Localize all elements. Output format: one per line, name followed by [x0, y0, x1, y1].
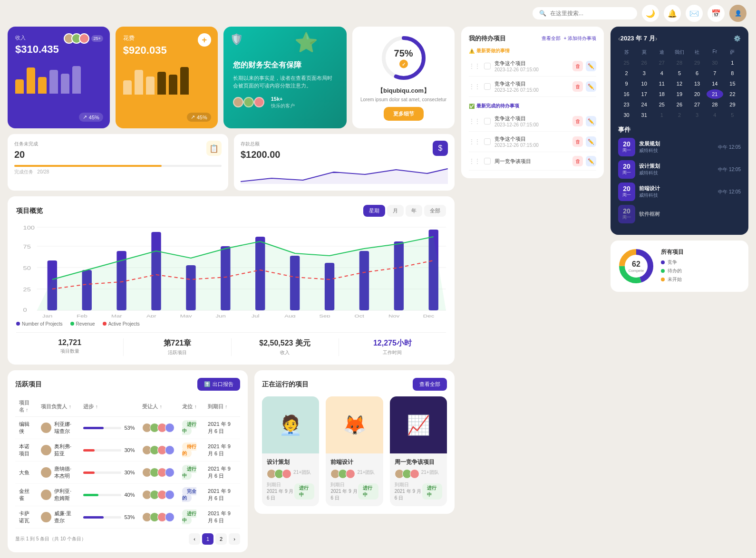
calendar-day[interactable]: 14: [707, 79, 723, 88]
calendar-day[interactable]: 29: [724, 100, 741, 109]
delete-todo-1[interactable]: 🗑: [572, 61, 583, 71]
calendar-day[interactable]: 6: [689, 68, 706, 78]
cell-manager: 利亚娜·瑞查尔: [37, 417, 79, 439]
calendar-day[interactable]: 4: [653, 68, 670, 78]
calendar-day[interactable]: 27: [653, 58, 670, 67]
event-date-day: 周一: [622, 170, 631, 176]
cell-due: 2021 年 9 月 6 日: [204, 462, 240, 484]
search-input[interactable]: [550, 10, 630, 17]
calendar-today[interactable]: 21: [707, 89, 723, 99]
calendar-day[interactable]: 22: [724, 89, 741, 99]
calendar-day[interactable]: 30: [707, 58, 723, 67]
calendar-day[interactable]: 31: [636, 110, 652, 120]
todo-checkbox-2[interactable]: [484, 83, 491, 90]
calendar-day[interactable]: 30: [618, 110, 635, 120]
add-expense-button[interactable]: +: [198, 33, 211, 47]
moon-icon[interactable]: 🌙: [642, 5, 659, 22]
revenue-amount: $310.435: [15, 43, 102, 56]
search-box[interactable]: 🔍: [533, 7, 637, 19]
delete-todo-5[interactable]: 🗑: [572, 156, 583, 166]
calendar-day[interactable]: 5: [724, 110, 741, 120]
tasks-card: 任务未完成 20 📋 完成任务 20/28: [8, 134, 228, 191]
calendar-day[interactable]: 8: [724, 68, 741, 78]
page-1-button[interactable]: 1: [202, 533, 213, 545]
edit-todo-3[interactable]: ✏️: [586, 116, 596, 126]
export-button[interactable]: ⬆️ 出口报告: [197, 378, 240, 391]
calendar-day[interactable]: 24: [636, 100, 652, 109]
period-all-button[interactable]: 全部: [424, 205, 446, 217]
cell-assignees: [138, 417, 178, 439]
calendar-day[interactable]: 1: [724, 58, 741, 67]
calendar-day[interactable]: 11: [653, 79, 670, 88]
delete-todo-3[interactable]: 🗑: [572, 116, 583, 126]
calendar-day[interactable]: 10: [636, 79, 652, 88]
todo-checkbox-3[interactable]: [484, 118, 491, 125]
delete-todo-2[interactable]: 🗑: [572, 81, 583, 92]
expense-amount: $920.035: [123, 44, 210, 57]
view-all-todo-link[interactable]: 查看全部: [542, 35, 561, 42]
search-icon: 🔍: [539, 10, 546, 17]
calendar-day[interactable]: 12: [671, 79, 688, 88]
calendar-day[interactable]: 25: [618, 58, 635, 67]
calendar-day[interactable]: 20: [689, 89, 706, 99]
todo-header: 我的待办项目 查看全部 + 添加待办事项: [469, 34, 596, 43]
donut-total: 62: [629, 260, 644, 269]
page-2-button[interactable]: 2: [215, 533, 227, 545]
calendar-day[interactable]: 19: [671, 89, 688, 99]
calendar-day[interactable]: 17: [636, 89, 652, 99]
delete-todo-4[interactable]: 🗑: [572, 136, 583, 147]
period-year-button[interactable]: 年: [406, 205, 422, 217]
todo-checkbox-4[interactable]: [484, 138, 491, 145]
cell-due: 2021 年 9 月 6 日: [204, 417, 240, 439]
period-month-button[interactable]: 月: [387, 205, 404, 217]
calendar-day[interactable]: 25: [653, 100, 670, 109]
calendar-day[interactable]: 27: [689, 100, 706, 109]
calendar-day[interactable]: 3: [689, 110, 706, 120]
calendar-day[interactable]: 26: [636, 58, 652, 67]
todo-checkbox-1[interactable]: [484, 63, 491, 69]
calendar-day[interactable]: 28: [707, 100, 723, 109]
bell-icon[interactable]: 🔔: [664, 5, 681, 22]
todo-checkbox-5[interactable]: [484, 158, 491, 164]
calendar-day[interactable]: 26: [671, 100, 688, 109]
calendar-day[interactable]: 28: [671, 58, 688, 67]
calendar-day[interactable]: 15: [724, 79, 741, 88]
cal-next-button[interactable]: ›: [655, 35, 658, 42]
calendar-day[interactable]: 2: [671, 110, 688, 120]
calendar-day[interactable]: 23: [618, 100, 635, 109]
period-buttons: 星期 月 年 全部: [363, 205, 446, 217]
svg-text:Aug: Aug: [284, 314, 295, 317]
view-all-button[interactable]: 查看全部: [413, 378, 447, 391]
edit-todo-2[interactable]: ✏️: [586, 81, 596, 92]
cell-due: 2021 年 9 月 6 日: [204, 506, 240, 529]
svg-text:75: 75: [23, 244, 31, 250]
add-todo-link[interactable]: + 添加待办事项: [563, 35, 596, 42]
calendar-day[interactable]: 7: [707, 68, 723, 78]
todo-text-2: 竞争这个项目: [494, 80, 569, 87]
avatar[interactable]: 👤: [729, 5, 746, 22]
more-details-button[interactable]: 更多细节: [384, 107, 424, 121]
calendar-day[interactable]: 3: [636, 68, 652, 78]
calendar-day[interactable]: 2: [618, 68, 635, 78]
edit-todo-1[interactable]: ✏️: [586, 61, 596, 71]
cal-gear-icon[interactable]: ⚙️: [734, 35, 741, 42]
mail-icon[interactable]: ✉️: [686, 5, 703, 22]
calendar-day[interactable]: 4: [707, 110, 723, 120]
calendar-day[interactable]: 5: [671, 68, 688, 78]
period-week-button[interactable]: 星期: [363, 205, 385, 217]
calendar-header: ‹ 2023 年 7 月 › ⚙️: [618, 34, 741, 43]
edit-todo-5[interactable]: ✏️: [586, 156, 596, 166]
calendar-day[interactable]: 18: [653, 89, 670, 99]
calendar-day[interactable]: 13: [689, 79, 706, 88]
calendar-dow: 苏: [618, 48, 635, 57]
prev-page-button[interactable]: ‹: [189, 533, 200, 545]
calendar-icon[interactable]: 📅: [708, 5, 725, 22]
donut-chart: 62 Compete: [617, 247, 655, 285]
calendar-day[interactable]: 9: [618, 79, 635, 88]
next-page-button[interactable]: ›: [229, 533, 240, 545]
calendar-day[interactable]: 16: [618, 89, 635, 99]
calendar-day[interactable]: 1: [653, 110, 670, 120]
calendar-day[interactable]: 29: [689, 58, 706, 67]
event-item: 20 周一 前端设计 威特科技 中午 12:05: [618, 183, 741, 201]
edit-todo-4[interactable]: ✏️: [586, 136, 596, 147]
